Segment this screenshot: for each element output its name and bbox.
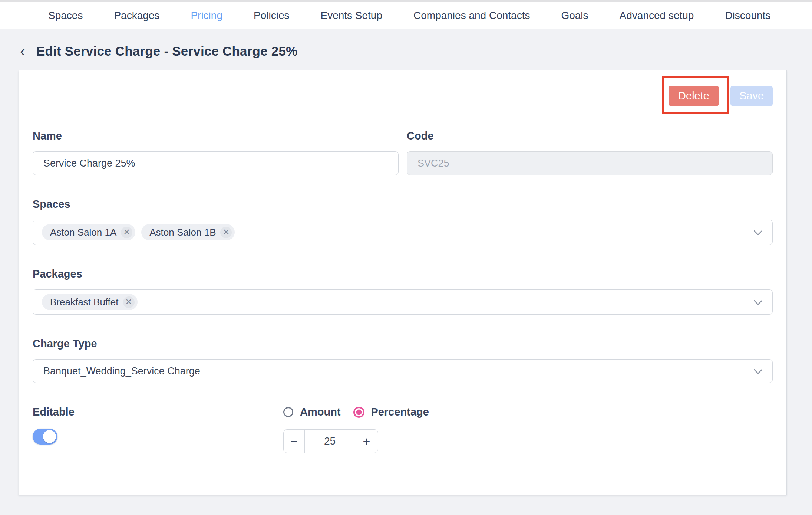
stepper-value[interactable]: 25 xyxy=(304,430,355,453)
nav-item-pricing[interactable]: Pricing xyxy=(191,10,222,22)
charge-mode-radios: Amount Percentage xyxy=(283,406,773,418)
percentage-stepper: − 25 + xyxy=(283,429,378,453)
packages-section: Packages Breakfast Buffet ✕ xyxy=(33,268,773,315)
charge-type-section: Charge Type Banquet_Wedding_Service Char… xyxy=(33,338,773,383)
editable-label: Editable xyxy=(33,406,283,418)
packages-multiselect[interactable]: Breakfast Buffet ✕ xyxy=(33,289,773,315)
radio-amount-label: Amount xyxy=(300,406,341,418)
package-tag: Breakfast Buffet ✕ xyxy=(42,294,138,310)
spaces-multiselect[interactable]: Aston Salon 1A ✕ Aston Salon 1B ✕ xyxy=(33,220,773,245)
nav-item-discounts[interactable]: Discounts xyxy=(725,10,770,22)
radio-option-amount[interactable]: Amount xyxy=(283,406,341,418)
package-tag-label: Breakfast Buffet xyxy=(50,296,119,308)
top-nav: Spaces Packages Pricing Policies Events … xyxy=(0,2,812,29)
chevron-down-icon xyxy=(753,365,762,374)
radio-option-percentage[interactable]: Percentage xyxy=(353,406,429,418)
spaces-section: Spaces Aston Salon 1A ✕ Aston Salon 1B ✕ xyxy=(33,198,773,245)
stepper-decrement-button[interactable]: − xyxy=(284,430,304,453)
nav-item-packages[interactable]: Packages xyxy=(114,10,159,22)
chevron-down-icon xyxy=(753,227,762,236)
code-label: Code xyxy=(407,130,773,142)
radio-percentage-label: Percentage xyxy=(371,406,429,418)
card-actions: Delete Save xyxy=(33,76,773,114)
code-field-group: Code xyxy=(407,130,773,175)
remove-tag-icon[interactable]: ✕ xyxy=(121,227,132,238)
edit-service-charge-card: Delete Save Name Code Spaces Aston Salon… xyxy=(19,70,787,495)
chevron-down-icon xyxy=(753,296,762,305)
space-tag: Aston Salon 1A ✕ xyxy=(42,224,135,240)
nav-item-policies[interactable]: Policies xyxy=(254,10,289,22)
page-title: Edit Service Charge - Service Charge 25% xyxy=(36,44,297,59)
charge-type-value: Banquet_Wedding_Service Charge xyxy=(43,365,200,377)
spaces-label: Spaces xyxy=(33,198,773,210)
space-tag-label: Aston Salon 1B xyxy=(149,227,216,238)
charge-mode-group: Amount Percentage − 25 + xyxy=(283,406,773,453)
nav-item-spaces[interactable]: Spaces xyxy=(48,10,83,22)
packages-label: Packages xyxy=(33,268,773,280)
radio-unselected-icon[interactable] xyxy=(283,407,293,417)
remove-tag-icon[interactable]: ✕ xyxy=(123,296,135,308)
editable-toggle[interactable] xyxy=(33,429,57,445)
stepper-increment-button[interactable]: + xyxy=(355,430,378,453)
nav-item-companies-and-contacts[interactable]: Companies and Contacts xyxy=(413,10,530,22)
toggle-knob xyxy=(43,430,56,443)
page-header: ‹ Edit Service Charge - Service Charge 2… xyxy=(19,43,812,59)
charge-type-select[interactable]: Banquet_Wedding_Service Charge xyxy=(33,359,773,383)
delete-button[interactable]: Delete xyxy=(669,86,719,106)
nav-item-advanced-setup[interactable]: Advanced setup xyxy=(620,10,694,22)
editable-and-mode-row: Editable Amount Percentage − 25 + xyxy=(33,406,773,453)
name-code-row: Name Code xyxy=(33,130,773,175)
name-input[interactable] xyxy=(33,151,399,175)
nav-item-goals[interactable]: Goals xyxy=(561,10,588,22)
name-label: Name xyxy=(33,130,399,142)
name-field-group: Name xyxy=(33,130,399,175)
code-input xyxy=(407,151,773,175)
space-tag-label: Aston Salon 1A xyxy=(50,227,116,238)
save-button[interactable]: Save xyxy=(730,86,773,106)
editable-group: Editable xyxy=(33,406,283,453)
space-tag: Aston Salon 1B ✕ xyxy=(141,224,235,240)
radio-selected-icon[interactable] xyxy=(353,407,364,418)
delete-annotation-rectangle: Delete xyxy=(662,76,729,114)
charge-type-label: Charge Type xyxy=(33,338,773,350)
remove-tag-icon[interactable]: ✕ xyxy=(220,227,232,238)
back-icon[interactable]: ‹ xyxy=(19,43,27,59)
nav-item-events-setup[interactable]: Events Setup xyxy=(320,10,382,22)
